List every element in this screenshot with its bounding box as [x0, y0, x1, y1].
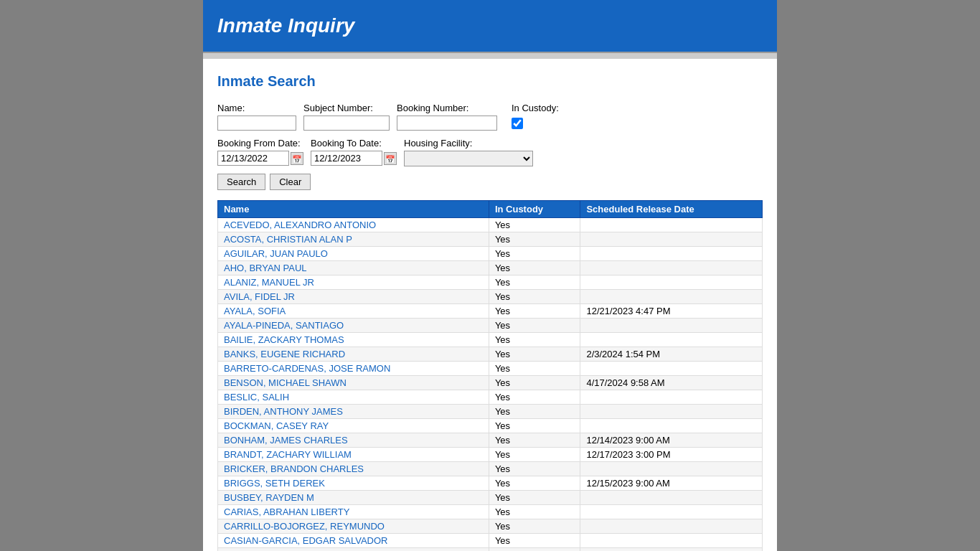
inmate-name-link[interactable]: AHO, BRYAN PAUL [224, 263, 307, 273]
inmate-name-link[interactable]: BUSBEY, RAYDEN M [224, 492, 314, 503]
name-label: Name: [217, 103, 296, 113]
cell-name: AGUILAR, JUAN PAULO [218, 247, 489, 261]
cell-custody: Yes [489, 247, 580, 261]
cell-name: BUSBEY, RAYDEN M [218, 491, 489, 505]
cell-name: BOCKMAN, CASEY RAY [218, 419, 489, 433]
cell-name: CARRILLO-BOJORGEZ, REYMUNDO [218, 519, 489, 534]
inmate-name-link[interactable]: BANKS, EUGENE RICHARD [224, 349, 345, 359]
cell-custody: Yes [489, 319, 580, 333]
inmate-name-link[interactable]: CARRILLO-BOJORGEZ, REYMUNDO [224, 521, 385, 532]
cell-custody: Yes [489, 276, 580, 290]
cell-release [580, 390, 763, 405]
inmate-name-link[interactable]: CARIAS, ABRAHAN LIBERTY [224, 507, 349, 517]
table-header: Name In Custody Scheduled Release Date [218, 201, 763, 218]
cell-release: 4/17/2024 9:58 AM [580, 376, 763, 390]
clear-button[interactable]: Clear [270, 174, 311, 190]
subject-input[interactable] [303, 116, 390, 131]
booking-from-date-wrapper: 📅 [217, 151, 303, 166]
cell-custody: Yes [489, 462, 580, 476]
table-row: ACEVEDO, ALEXANDRO ANTONIOYes [218, 218, 763, 232]
cell-custody: Yes [489, 347, 580, 362]
cell-custody: Yes [489, 390, 580, 405]
page-header: Inmate Inquiry [203, 0, 777, 52]
booking-from-calendar-icon[interactable]: 📅 [291, 152, 303, 165]
booking-to-date-wrapper: 📅 [311, 151, 397, 166]
results-table: Name In Custody Scheduled Release Date A… [217, 200, 763, 551]
search-button[interactable]: Search [217, 174, 265, 190]
header-divider [203, 52, 777, 59]
cell-custody: Yes [489, 304, 580, 319]
cell-release [580, 290, 763, 304]
inmate-name-link[interactable]: BIRDEN, ANTHONY JAMES [224, 406, 343, 417]
booking-to-calendar-icon[interactable]: 📅 [384, 152, 397, 165]
cell-release [580, 405, 763, 419]
table-row: BRANDT, ZACHARY WILLIAMYes12/17/2023 3:0… [218, 448, 763, 462]
table-row: ACOSTA, CHRISTIAN ALAN PYes [218, 232, 763, 247]
table-row: BONHAM, JAMES CHARLESYes12/14/2023 9:00 … [218, 433, 763, 448]
table-header-row: Name In Custody Scheduled Release Date [218, 201, 763, 218]
cell-custody: Yes [489, 491, 580, 505]
inmate-name-link[interactable]: CASIAN-GARCIA, EDGAR SALVADOR [224, 535, 388, 546]
table-row: CASIAN-GARCIA, EDGAR SALVADORYes [218, 534, 763, 548]
inmate-name-link[interactable]: AYALA-PINEDA, SANTIAGO [224, 320, 344, 331]
cell-release: 12/17/2023 3:00 PM [580, 448, 763, 462]
booking-to-label: Booking To Date: [311, 138, 397, 149]
cell-custody: Yes [489, 376, 580, 390]
table-row: ALANIZ, MANUEL JRYes [218, 276, 763, 290]
booking-to-input[interactable] [311, 151, 382, 166]
booking-number-input[interactable] [397, 116, 497, 131]
table-row: AYALA-PINEDA, SANTIAGOYes [218, 319, 763, 333]
inmate-name-link[interactable]: BRICKER, BRANDON CHARLES [224, 463, 364, 474]
inmate-name-link[interactable]: BRANDT, ZACHARY WILLIAM [224, 449, 352, 460]
form-row-2: Booking From Date: 📅 Booking To Date: 📅 … [217, 138, 763, 166]
cell-name: AVILA, FIDEL JR [218, 290, 489, 304]
table-row: CASTELLON, ALEJANDRO ESAIYes [218, 548, 763, 552]
inmate-name-link[interactable]: BRIGGS, SETH DEREK [224, 478, 325, 489]
inmate-name-link[interactable]: AVILA, FIDEL JR [224, 291, 295, 302]
cell-custody: Yes [489, 505, 580, 519]
cell-custody: Yes [489, 448, 580, 462]
cell-release [580, 319, 763, 333]
table-row: BUSBEY, RAYDEN MYes [218, 491, 763, 505]
inmate-name-link[interactable]: AGUILAR, JUAN PAULO [224, 248, 328, 259]
inmate-name-link[interactable]: AYALA, SOFIA [224, 306, 286, 316]
table-row: BARRETO-CARDENAS, JOSE RAMONYes [218, 362, 763, 376]
button-row: Search Clear [217, 174, 763, 190]
inmate-name-link[interactable]: ACEVEDO, ALEXANDRO ANTONIO [224, 220, 376, 230]
housing-select[interactable] [404, 151, 533, 166]
inmate-name-link[interactable]: BAILIE, ZACKARY THOMAS [224, 334, 344, 345]
cell-name: BANKS, EUGENE RICHARD [218, 347, 489, 362]
inmate-name-link[interactable]: BOCKMAN, CASEY RAY [224, 420, 329, 431]
inmate-name-link[interactable]: BONHAM, JAMES CHARLES [224, 435, 348, 446]
cell-custody: Yes [489, 419, 580, 433]
inmate-name-link[interactable]: BESLIC, SALIH [224, 392, 289, 402]
name-input[interactable] [217, 116, 296, 131]
cell-name: BAILIE, ZACKARY THOMAS [218, 333, 489, 347]
inmate-name-link[interactable]: BARRETO-CARDENAS, JOSE RAMON [224, 363, 390, 374]
cell-name: CARIAS, ABRAHAN LIBERTY [218, 505, 489, 519]
booking-from-input[interactable] [217, 151, 289, 166]
col-name: Name [218, 201, 489, 218]
custody-checkbox[interactable] [512, 118, 523, 129]
booking-to-group: Booking To Date: 📅 [311, 138, 397, 166]
cell-name: AYALA-PINEDA, SANTIAGO [218, 319, 489, 333]
cell-name: CASIAN-GARCIA, EDGAR SALVADOR [218, 534, 489, 548]
inmate-name-link[interactable]: BENSON, MICHAEL SHAWN [224, 377, 347, 388]
custody-label: In Custody: [512, 103, 559, 113]
cell-release [580, 333, 763, 347]
booking-from-label: Booking From Date: [217, 138, 303, 149]
cell-custody: Yes [489, 218, 580, 232]
inmate-name-link[interactable]: ACOSTA, CHRISTIAN ALAN P [224, 234, 352, 245]
inmate-name-link[interactable]: ALANIZ, MANUEL JR [224, 277, 314, 288]
housing-label: Housing Facility: [404, 138, 533, 149]
cell-release [580, 247, 763, 261]
cell-name: BESLIC, SALIH [218, 390, 489, 405]
cell-release [580, 519, 763, 534]
form-row-1: Name: Subject Number: Booking Number: In… [217, 103, 763, 131]
table-row: BANKS, EUGENE RICHARDYes2/3/2024 1:54 PM [218, 347, 763, 362]
cell-name: BENSON, MICHAEL SHAWN [218, 376, 489, 390]
cell-release: 12/21/2023 4:47 PM [580, 304, 763, 319]
table-row: BAILIE, ZACKARY THOMASYes [218, 333, 763, 347]
table-row: CARRILLO-BOJORGEZ, REYMUNDOYes [218, 519, 763, 534]
cell-custody: Yes [489, 232, 580, 247]
